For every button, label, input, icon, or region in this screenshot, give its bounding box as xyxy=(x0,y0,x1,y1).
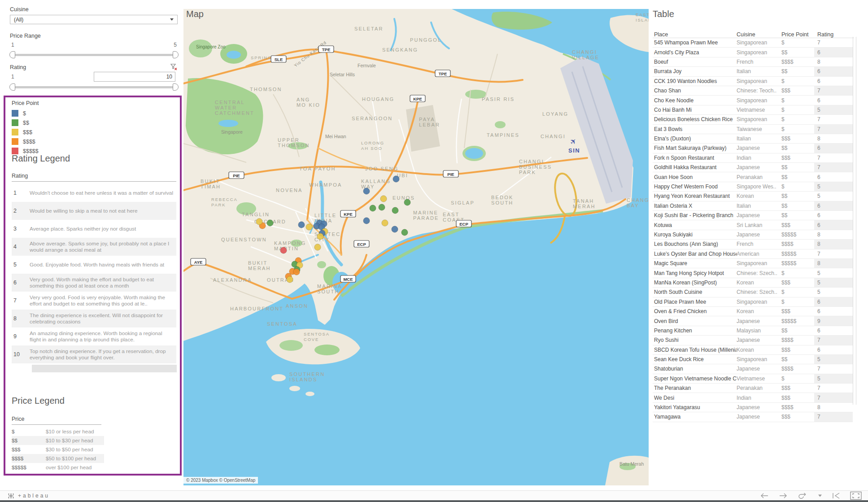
table-row[interactable]: Super Ngon Vietnamese Noodle Ca..Vietnam… xyxy=(653,374,853,384)
table-row[interactable]: Magic SquareSingaporean$$$$$8 xyxy=(653,259,853,268)
table-row[interactable]: Goldhill Hakka RestaurantJapanese$$7 xyxy=(653,163,853,172)
refresh-dropdown-caret-icon[interactable] xyxy=(818,494,822,498)
table-row[interactable]: Eat 3 BowlsTaiwanese$7 xyxy=(653,125,853,134)
map-dot[interactable] xyxy=(317,233,323,240)
price-range-slider-min-handle[interactable] xyxy=(9,51,15,58)
tableau-logo[interactable]: +ableau xyxy=(7,492,50,500)
table-row[interactable]: Co Hai Banh MiVietnamese$5 xyxy=(653,105,853,115)
map-dot[interactable] xyxy=(280,247,287,253)
table-row[interactable]: Old Place Prawn MeeSingaporean$6 xyxy=(653,297,853,307)
rating-legend-row[interactable]: 6Very good. Worth making the effort and … xyxy=(12,274,176,292)
price-legend-row[interactable]: $$10 or less per head xyxy=(12,427,104,436)
map-dot[interactable] xyxy=(380,196,387,202)
cuisine-dropdown[interactable]: (All) xyxy=(10,15,178,24)
table-row[interactable]: Man Tang Hong Spicy HotpotChinese: Szech… xyxy=(653,268,853,278)
map-dot[interactable] xyxy=(363,218,370,224)
price-point-legend-item[interactable]: $$$$ xyxy=(12,137,39,146)
price-point-legend-item[interactable]: $$$ xyxy=(12,127,39,137)
column-header-place[interactable]: Place xyxy=(654,31,737,38)
table-row[interactable]: Koji Sushi Bar - Pickering BranchJapanes… xyxy=(653,211,853,220)
map-dot[interactable] xyxy=(363,188,370,194)
map-canvas[interactable]: SELETARPUNGGOLSENGKANGSPRINGLEAFFernvale… xyxy=(183,9,649,485)
rating-max-input[interactable] xyxy=(94,72,175,82)
table-row[interactable]: CCK 190 Wanton NoodlesSingaporean$6 xyxy=(653,77,853,86)
table-row[interactable]: Hyang Yeon Korean RestaurantKorean$$5 xyxy=(653,192,853,201)
rating-slider-max-handle[interactable] xyxy=(173,83,179,91)
table-row[interactable]: ManNa Korean (SingPost)Korean$$$5 xyxy=(653,278,853,288)
table-row[interactable]: Les Bouchons (Ann Siang)French$$$$8 xyxy=(653,240,853,249)
price-range-slider[interactable] xyxy=(13,54,175,56)
map-dot[interactable] xyxy=(393,176,399,182)
price-point-legend-item[interactable]: $ xyxy=(12,109,39,118)
column-header-cuisine[interactable]: Cuisine xyxy=(737,31,781,38)
price-legend-row[interactable]: $$$$$over $100 per head xyxy=(12,463,104,472)
price-legend-row[interactable]: $$$$30 to $50 per head xyxy=(12,445,104,454)
map-dot[interactable] xyxy=(267,220,273,226)
rating-legend-row[interactable]: 9An amazing dining experience. Worth boo… xyxy=(12,327,176,345)
table-row[interactable]: Arnold's City PlazaSingaporean$$6 xyxy=(653,48,853,57)
map-dot[interactable] xyxy=(404,199,410,205)
rating-slider[interactable] xyxy=(13,86,175,88)
table-row[interactable]: Sean Kee Duck RiceSingaporean$$5 xyxy=(653,355,853,364)
price-range-slider-max-handle[interactable] xyxy=(173,51,179,58)
price-point-legend-item[interactable]: $$ xyxy=(12,118,39,127)
skip-to-start-icon[interactable] xyxy=(831,492,841,500)
table-row[interactable]: KotuwaSri Lankan$$$6 xyxy=(653,220,853,230)
redo-icon[interactable] xyxy=(778,492,788,500)
fullscreen-icon[interactable] xyxy=(850,491,862,500)
map-dot[interactable] xyxy=(256,218,262,225)
table-row[interactable]: Cho Kee NoodleSingaporean$6 xyxy=(653,96,853,105)
rating-legend-row[interactable]: 3Average place. Sparks neither joy nor d… xyxy=(12,220,176,238)
table-row[interactable]: North South CuisineChinese: Szech..$5 xyxy=(653,288,853,297)
table-row[interactable]: SBCD Korean Tofu House (Millenia ..Korea… xyxy=(653,345,853,355)
table-row[interactable]: Kuroya SukiyakiJapanese$$$$$8 xyxy=(653,230,853,240)
table-row[interactable]: Burrata JoyItalian$$6 xyxy=(653,67,853,76)
rating-legend-row[interactable]: 10Top notch dining experience. If you ge… xyxy=(12,345,176,363)
map-dot[interactable] xyxy=(306,224,312,230)
map-dot[interactable] xyxy=(379,204,385,210)
table-row[interactable]: The PeranakanPeranakan$$$7 xyxy=(653,384,853,393)
map-dot[interactable] xyxy=(287,276,293,283)
table-row[interactable]: Guan Hoe SoonPeranakan$$6 xyxy=(653,172,853,182)
rating-legend-row[interactable]: 4Above average. Sparks some joy, but pro… xyxy=(12,238,176,256)
table-row[interactable]: Penang KitchenMalaysian$$6 xyxy=(653,326,853,336)
undo-icon[interactable] xyxy=(759,492,769,500)
rating-legend-row[interactable]: 7Very very good. Food is very enjoyable.… xyxy=(12,292,176,310)
map-dot[interactable] xyxy=(382,220,388,226)
table-row[interactable]: Luke's Oyster Bar and Chop HouseAmerican… xyxy=(653,249,853,259)
table-row[interactable]: BoeufFrench$$$$8 xyxy=(653,57,853,67)
table-row[interactable]: Fork n Spoon RestaurantIndian$$$7 xyxy=(653,153,853,163)
map-dot[interactable] xyxy=(392,226,398,232)
table-row[interactable]: Ryo SushiJapanese$$$$7 xyxy=(653,336,853,345)
map-dot[interactable] xyxy=(293,269,300,275)
table-row[interactable]: Etna's (Duxton)Italian$$$8 xyxy=(653,134,853,144)
column-header-rating[interactable]: Rating xyxy=(814,31,853,38)
map-dot[interactable] xyxy=(314,244,321,250)
table-row[interactable]: Happy Chef Western FoodSingapore Wes..$5 xyxy=(653,182,853,192)
table-row[interactable]: Oven & Fried ChickenKorean$$$6 xyxy=(653,307,853,316)
table-row[interactable]: YamagawaJapanese$$$7 xyxy=(653,412,853,422)
rating-legend-row[interactable]: 5Good. Enjoyable food. Worth having meal… xyxy=(12,256,176,274)
table-row[interactable]: 545 Whampoa Prawn MeeSingaporean$7 xyxy=(653,38,853,48)
map-dot[interactable] xyxy=(401,229,408,236)
table-row[interactable]: ShatoburianJapanese$$$$7 xyxy=(653,364,853,374)
table-row[interactable]: Fish Mart Sakuraya (Parkway)Japanese$$6 xyxy=(653,144,853,153)
table-row[interactable]: Yakitori YatagarasuJapanese$$$$8 xyxy=(653,403,853,412)
table-row[interactable]: We DesiIndian$$$7 xyxy=(653,393,853,402)
map-dot[interactable] xyxy=(392,207,398,214)
column-header-price-point[interactable]: Price Point xyxy=(781,31,814,38)
map-dot[interactable] xyxy=(298,222,305,228)
rating-slider-min-handle[interactable] xyxy=(9,83,15,91)
rating-legend-row[interactable]: 8The dining experience is excellent. Wil… xyxy=(12,310,176,327)
rating-legend-row[interactable]: 1Wouldn't choose to eat here unless it w… xyxy=(12,184,176,202)
table-row[interactable]: Italian Osteria XItalian$$6 xyxy=(653,201,853,211)
map-dot[interactable] xyxy=(370,205,376,211)
revert-icon[interactable] xyxy=(797,492,809,500)
table-row[interactable]: Chao ShanChinese: Teoch..$$$7 xyxy=(653,86,853,96)
price-legend-row[interactable]: $$$$$50 to $100 per head xyxy=(12,454,104,463)
rating-legend-row[interactable]: 2Would be willing to skip a meal to not … xyxy=(12,202,176,220)
remove-filter-icon[interactable] xyxy=(170,63,178,73)
table-row[interactable]: Oven BirdJapanese$$$$$9 xyxy=(653,316,853,326)
table-row[interactable]: Delicious Boneless Chicken RiceSingapore… xyxy=(653,115,853,124)
price-legend-row[interactable]: $$$10 to $30 per head xyxy=(12,436,104,445)
